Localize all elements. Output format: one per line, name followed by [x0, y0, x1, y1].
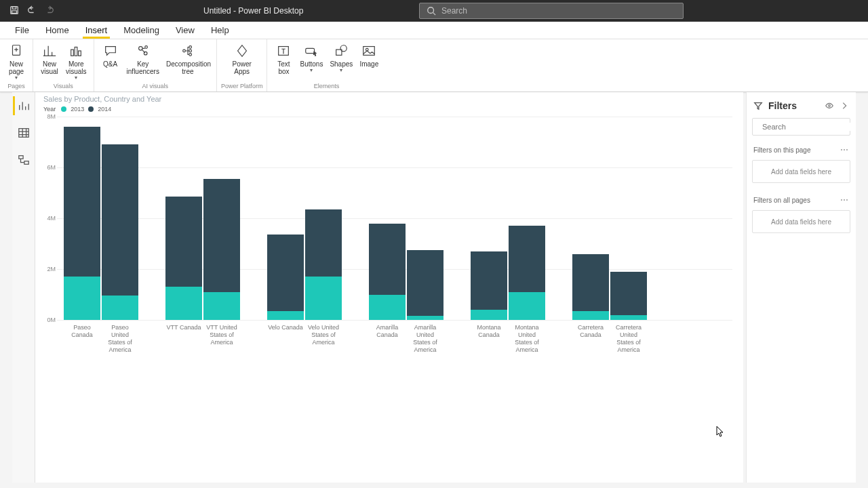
stacked-bar[interactable]: Amarilla United States of America — [407, 250, 443, 320]
chevron-down-icon: ▾ — [310, 67, 313, 73]
influencers-icon — [135, 43, 151, 58]
chat-icon — [102, 43, 119, 58]
bar-chart-icon — [41, 43, 58, 58]
global-search[interactable] — [419, 3, 684, 19]
bar-cluster: VTT CanadaVTT United States of America — [165, 117, 240, 320]
y-tick: 8M — [47, 113, 56, 120]
bar-segment-2013 — [509, 292, 545, 320]
svg-point-11 — [183, 49, 186, 52]
legend-swatch-2014 — [88, 106, 94, 112]
x-axis-label: VTT United States of America — [203, 320, 240, 346]
stacked-bar[interactable]: Amarilla Canada — [369, 224, 406, 321]
page-plus-icon — [8, 43, 24, 58]
chevron-down-icon: ▾ — [15, 75, 18, 81]
y-tick: 4M — [47, 215, 56, 222]
bar-segment-2014 — [509, 226, 545, 292]
chevron-down-icon: ▾ — [340, 67, 342, 73]
power-apps-button[interactable]: Power Apps — [230, 41, 254, 77]
title-bar: Untitled - Power BI Desktop — [0, 0, 868, 22]
stacked-bar[interactable]: Carretera United States of America — [610, 272, 647, 320]
stacked-bar[interactable]: Montana Canada — [471, 251, 507, 320]
key-influencers-button[interactable]: Key influencers — [124, 41, 162, 77]
chevron-right-icon[interactable] — [840, 101, 849, 110]
filters-title: Filters — [768, 100, 819, 111]
stacked-bar[interactable]: Velo Canada — [267, 235, 304, 320]
textbox-button[interactable]: Text box — [271, 41, 296, 77]
more-visuals-label: More visuals — [66, 60, 87, 75]
redo-icon[interactable] — [45, 5, 54, 17]
bar-segment-2014 — [610, 272, 647, 315]
stacked-bar[interactable]: Montana United States of America — [509, 226, 545, 320]
tab-view[interactable]: View — [169, 22, 201, 38]
y-tick: 6M — [47, 164, 56, 171]
save-icon[interactable] — [9, 5, 19, 17]
chart[interactable]: Sales by Product, Country and Year Year … — [43, 95, 732, 320]
column-chart-icon — [68, 43, 84, 58]
undo-icon[interactable] — [27, 5, 37, 17]
svg-point-18 — [340, 45, 347, 52]
stacked-bar[interactable]: Velo United States of America — [305, 209, 342, 320]
legend-title: Year — [43, 106, 56, 113]
ribbon-group-elements: Text box Buttons ▾ Shapes ▾ Image Elemen… — [267, 39, 385, 92]
svg-rect-7 — [79, 51, 81, 56]
report-view-button[interactable] — [13, 96, 32, 115]
stacked-bar[interactable]: VTT United States of America — [203, 179, 240, 320]
svg-point-12 — [189, 46, 192, 49]
filters-page-dropzone[interactable]: Add data fields here — [752, 160, 850, 183]
bar-segment-2014 — [572, 254, 609, 311]
more-visuals-button[interactable]: More visuals ▾ — [63, 41, 90, 82]
chart-title: Sales by Product, Country and Year — [43, 95, 732, 103]
tab-insert[interactable]: Insert — [79, 22, 115, 38]
textbox-icon — [275, 43, 292, 58]
bar-cluster: Velo CanadaVelo United States of America — [267, 117, 342, 320]
ribbon-tabs: File Home Insert Modeling View Help — [0, 22, 868, 39]
decomposition-tree-button[interactable]: Decomposition tree — [163, 41, 212, 77]
bars: Paseo CanadaPaseo United States of Ameri… — [57, 117, 732, 320]
svg-rect-19 — [363, 47, 375, 56]
stacked-bar[interactable]: Paseo United States of America — [102, 144, 138, 320]
report-canvas[interactable]: Sales by Product, Country and Year Year … — [35, 92, 743, 483]
power-apps-label: Power Apps — [233, 60, 252, 75]
tab-file[interactable]: File — [8, 22, 36, 38]
filters-search-input[interactable] — [762, 123, 856, 131]
x-axis-label: Paseo United States of America — [102, 320, 138, 354]
cursor-icon — [716, 426, 724, 438]
bar-segment-2014 — [407, 250, 443, 317]
new-visual-button[interactable]: New visual — [37, 41, 62, 77]
x-axis-label: Amarilla Canada — [369, 320, 406, 339]
qna-button[interactable]: Q&A — [98, 41, 123, 69]
eye-icon[interactable] — [825, 101, 834, 110]
buttons-button[interactable]: Buttons ▾ — [297, 41, 326, 75]
x-axis-label: Velo United States of America — [305, 320, 342, 346]
image-button[interactable]: Image — [357, 41, 381, 69]
tab-help[interactable]: Help — [204, 22, 236, 38]
key-influencers-label: Key influencers — [127, 60, 159, 75]
tab-home[interactable]: Home — [39, 22, 76, 38]
svg-point-9 — [145, 46, 148, 49]
x-axis-label: Velo Canada — [267, 320, 304, 331]
tab-modeling[interactable]: Modeling — [117, 22, 166, 38]
more-icon[interactable]: ⋯ — [840, 145, 849, 155]
x-axis-label: Montana Canada — [471, 320, 507, 339]
data-view-button[interactable] — [14, 123, 33, 142]
bar-cluster: Paseo CanadaPaseo United States of Ameri… — [64, 117, 138, 320]
x-axis-label: VTT Canada — [165, 320, 202, 331]
stacked-bar[interactable]: VTT Canada — [165, 197, 202, 320]
bar-segment-2014 — [64, 127, 100, 277]
search-icon — [427, 6, 436, 16]
filters-search[interactable] — [752, 118, 850, 136]
filters-all-dropzone[interactable]: Add data fields here — [752, 210, 850, 233]
filters-page-header: Filters on this page — [753, 146, 811, 154]
stacked-bar[interactable]: Carretera Canada — [572, 254, 609, 321]
more-icon[interactable]: ⋯ — [840, 195, 849, 205]
new-page-button[interactable]: New page ▾ — [4, 41, 28, 82]
bar-segment-2014 — [267, 235, 304, 311]
shapes-button[interactable]: Shapes ▾ — [327, 41, 355, 75]
x-axis-label: Carretera United States of America — [610, 320, 647, 354]
global-search-input[interactable] — [441, 6, 676, 16]
svg-rect-1 — [12, 6, 16, 9]
x-axis-label: Amarilla United States of America — [407, 320, 443, 354]
model-view-button[interactable] — [14, 150, 33, 169]
bar-cluster: Amarilla CanadaAmarilla United States of… — [369, 117, 443, 320]
stacked-bar[interactable]: Paseo Canada — [64, 127, 100, 320]
